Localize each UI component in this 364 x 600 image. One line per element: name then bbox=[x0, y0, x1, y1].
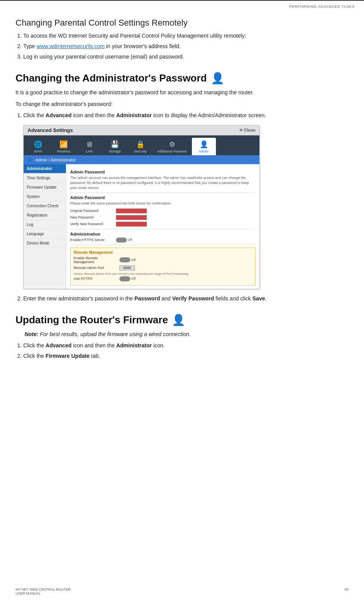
remote-management-title: Remote Management bbox=[74, 250, 252, 255]
lan-icon: 🖥 bbox=[86, 140, 93, 149]
ss-sidebar: Administrator Time Settings Firmware Upd… bbox=[24, 164, 66, 288]
footer-product: MY NET N900 CENTRAL ROUTER bbox=[16, 588, 71, 591]
nav-wan[interactable]: 🌐 WAN bbox=[26, 138, 50, 155]
section3: Updating the Router's Firmware 👤 Note: F… bbox=[16, 314, 341, 361]
admin-password-title: Admin Password bbox=[70, 170, 255, 174]
divider3 bbox=[70, 245, 255, 245]
ss-main: Admin Password The 'admin' account can a… bbox=[66, 164, 259, 288]
section1-step2: Type www.wdinternetsecurity.com in your … bbox=[23, 42, 341, 50]
section2-step1: Click the Advanced icon and then the Adm… bbox=[23, 111, 341, 120]
screenshot-titlebar: Advanced Settings ✕ Close bbox=[24, 125, 259, 135]
new-password-input[interactable] bbox=[116, 215, 147, 220]
nav-wireless-label: Wireless bbox=[57, 149, 71, 153]
nav-lan[interactable]: 🖥 LAN bbox=[77, 138, 101, 155]
section2-para1: It is a good practice to change the admi… bbox=[16, 88, 341, 97]
ss-body: Administrator Time Settings Firmware Upd… bbox=[24, 164, 259, 288]
nav-lan-label: LAN bbox=[86, 149, 93, 153]
section3-step2: Click the Firmware Update tab. bbox=[23, 352, 341, 360]
administrator-label: Administrator bbox=[116, 112, 152, 118]
ss-close-button[interactable]: ✕ Close bbox=[239, 128, 255, 133]
section1-steps: To access the WD Internet Security and P… bbox=[23, 32, 341, 61]
https-toggle[interactable]: Off bbox=[116, 238, 132, 243]
divider2 bbox=[70, 229, 255, 229]
verify-password-input[interactable] bbox=[116, 222, 147, 227]
section3-step1: Click the Advanced icon and then the Adm… bbox=[23, 342, 341, 350]
nav-storage-label: Storage bbox=[109, 149, 121, 153]
nav-security-label: Security bbox=[134, 149, 147, 153]
remote-port-input[interactable]: 8080 bbox=[119, 265, 135, 271]
section2-steps: Click the Advanced icon and then the Adm… bbox=[23, 111, 341, 120]
ss-title: Advanced Settings bbox=[28, 127, 73, 133]
sidebar-device-mode[interactable]: Device Mode bbox=[24, 239, 66, 248]
nav-wireless[interactable]: 📶 Wireless bbox=[52, 138, 76, 155]
nav-storage[interactable]: 💾 Storage bbox=[103, 138, 127, 155]
field-original: Original Password bbox=[70, 208, 255, 213]
remote-port-label: Remote Admin Port bbox=[74, 266, 116, 270]
remote-management-section: Remote Management Enable Remote Manageme… bbox=[70, 248, 255, 286]
nav-additional[interactable]: ⚙ Additional Features bbox=[154, 138, 190, 155]
sidebar-firmware-update[interactable]: Firmware Update bbox=[24, 183, 66, 192]
verify-password-bold: Verify Password bbox=[172, 295, 214, 302]
ss-section-header: 👤 Admin / Administrator bbox=[24, 155, 259, 164]
header-title: PERFORMING ADVANCED TASKS bbox=[289, 5, 355, 9]
nav-admin-label: Admin bbox=[199, 149, 209, 153]
section2-title: Changing the Administrator's Password 👤 bbox=[16, 72, 341, 85]
use-https-off-label: Off bbox=[131, 277, 136, 281]
page-header: PERFORMING ADVANCED TASKS bbox=[0, 0, 364, 10]
section1-step3: Log in using your parental control usern… bbox=[23, 53, 341, 61]
page-footer: MY NET N900 CENTRAL ROUTER USER MANUAL 5… bbox=[16, 588, 348, 595]
sidebar-log[interactable]: Log bbox=[24, 220, 66, 229]
section3-admin-bold: Administrator bbox=[116, 342, 152, 349]
remote-enable-row: Enable Remote Management Off bbox=[74, 256, 252, 264]
screenshot-box: Advanced Settings ✕ Close 🌐 WAN 📶 Wirele… bbox=[23, 125, 260, 289]
section2-para2: To change the administrator's password: bbox=[16, 100, 341, 109]
firmware-admin-icon: 👤 bbox=[172, 314, 185, 326]
section3-steps: Click the Advanced icon and then the Adm… bbox=[23, 342, 341, 360]
sidebar-time-settings[interactable]: Time Settings bbox=[24, 173, 66, 183]
sidebar-language[interactable]: Language bbox=[24, 229, 66, 239]
footer-left: MY NET N900 CENTRAL ROUTER USER MANUAL bbox=[16, 588, 71, 595]
ss-nav: 🌐 WAN 📶 Wireless 🖥 LAN 💾 Storage 🔒 Secur… bbox=[24, 135, 259, 155]
section3-note: Note: For best results, upload the firmw… bbox=[16, 330, 341, 339]
nav-additional-label: Additional Features bbox=[157, 149, 187, 153]
sidebar-system[interactable]: System bbox=[24, 192, 66, 201]
nav-wan-label: WAN bbox=[34, 149, 42, 153]
additional-icon: ⚙ bbox=[169, 140, 175, 149]
admin-nav-icon: 👤 bbox=[200, 140, 208, 149]
https-toggle-pill bbox=[116, 238, 127, 243]
original-password-label: Original Password bbox=[70, 209, 113, 213]
admin-password-desc2: Please enter the same password into both… bbox=[70, 201, 255, 206]
administration-title: Administration bbox=[70, 232, 255, 236]
sidebar-administrator[interactable]: Administrator bbox=[24, 164, 66, 173]
enable-https-label: Enable HTTPS Server bbox=[70, 238, 113, 242]
section3-title: Updating the Router's Firmware 👤 bbox=[16, 314, 341, 326]
section2-step2-list: Enter the new administrator's password i… bbox=[23, 295, 341, 303]
password-bold: Password bbox=[135, 295, 160, 302]
wdinternetsecurity-link[interactable]: www.wdinternetsecurity.com bbox=[36, 43, 105, 49]
section2-step2: Enter the new administrator's password i… bbox=[23, 295, 341, 303]
field-new: New Password bbox=[70, 215, 255, 220]
wan-icon: 🌐 bbox=[34, 140, 42, 149]
use-https-row: Use HTTPS Off bbox=[74, 276, 252, 281]
enable-remote-label: Enable Remote Management bbox=[74, 256, 116, 264]
use-https-toggle-pill bbox=[119, 276, 130, 281]
sidebar-registration[interactable]: Registration bbox=[24, 211, 66, 220]
ss-section-header-label: Admin / Administrator bbox=[35, 158, 76, 162]
advanced-label: Advanced bbox=[46, 112, 72, 118]
footer-manual: USER MANUAL bbox=[16, 591, 71, 595]
wireless-icon: 📶 bbox=[59, 140, 68, 149]
original-password-input[interactable] bbox=[116, 208, 147, 213]
divider1 bbox=[70, 192, 255, 193]
admin-password-desc: The 'admin' account can access the manag… bbox=[70, 175, 255, 190]
section1-title: Changing Parental Control Settings Remot… bbox=[16, 18, 341, 28]
nav-admin[interactable]: 👤 Admin bbox=[192, 138, 216, 155]
remote-toggle[interactable]: Off bbox=[119, 257, 136, 262]
https-off-label: Off bbox=[128, 238, 132, 242]
note-label: Note: For best results, upload the firmw… bbox=[24, 331, 191, 337]
use-https-toggle[interactable]: Off bbox=[119, 276, 136, 281]
section3-advanced-bold: Advanced bbox=[46, 342, 72, 349]
storage-icon: 💾 bbox=[110, 140, 119, 149]
nav-security[interactable]: 🔒 Security bbox=[128, 138, 152, 155]
sidebar-connection-check[interactable]: Connection Check bbox=[24, 201, 66, 211]
save-bold: Save bbox=[252, 295, 265, 302]
